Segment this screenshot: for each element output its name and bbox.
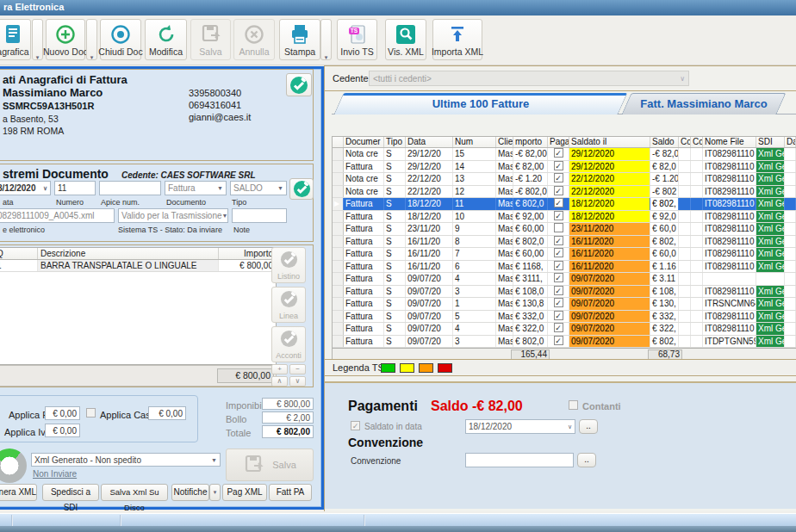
remove-line-button[interactable]: − xyxy=(289,364,306,374)
annulla-button[interactable]: Annulla xyxy=(233,19,275,60)
pag-xml-button[interactable]: Pag XML xyxy=(222,484,267,501)
grid-row[interactable]: FatturaS29/12/2014Massi€ 82,00✓29/12/202… xyxy=(333,161,796,174)
pagato-checkbox[interactable]: ✓ xyxy=(548,286,569,298)
invio-ts-button[interactable]: TS Invio TS xyxy=(337,19,377,60)
pagato-checkbox[interactable]: ✓ xyxy=(548,148,569,160)
grid-column-header[interactable]: Num xyxy=(453,137,496,147)
trasmissione-combo[interactable]: Valido per la Trasmissione▼ xyxy=(118,208,228,223)
confirm-documento-button[interactable] xyxy=(289,178,314,200)
grid-row[interactable]: FatturaS23/11/209Massi€ 60,0023/11/2020€… xyxy=(333,223,796,236)
tab-fatt-massimiano-marco[interactable]: Fatt. Massimiano Marco xyxy=(626,93,781,114)
numero-field[interactable]: 11 xyxy=(54,181,96,195)
grid-row[interactable]: FatturaS18/12/2010Massi€ 92,00✓18/12/202… xyxy=(333,211,796,224)
grid-column-header[interactable]: Nome File xyxy=(703,137,756,147)
grid-row[interactable]: FatturaS09/07/205Massi€ 332,0✓09/07/2020… xyxy=(333,311,796,324)
nuovo-doc-dropdown[interactable]: ▾ xyxy=(86,19,97,60)
salva-toolbar-button[interactable]: Salva xyxy=(190,19,231,60)
grid-column-header[interactable]: mporto xyxy=(513,137,548,147)
grid-row[interactable]: Nota creS22/12/2012Massi-€ 802,0✓22/12/2… xyxy=(333,186,796,199)
pagato-checkbox[interactable]: ✓ xyxy=(548,198,569,210)
notifiche-dropdown[interactable]: ▾ xyxy=(209,484,221,501)
stampa-button[interactable]: Stampa xyxy=(279,19,320,60)
grid-row[interactable]: FatturaS09/07/203Massi€ 802,0✓09/07/2020… xyxy=(333,336,796,349)
grid-column-header[interactable]: Cor xyxy=(679,137,691,147)
add-line-button[interactable]: + xyxy=(271,364,288,374)
grid-column-header[interactable]: Saldato il xyxy=(569,137,650,147)
items-col-importo[interactable]: Importo xyxy=(219,248,276,259)
pagato-checkbox[interactable]: ✓ xyxy=(548,323,569,335)
move-up-button[interactable]: ∧ xyxy=(271,376,288,387)
chiudi-doc-button[interactable]: Chiudi Doc xyxy=(100,19,141,60)
pagato-checkbox[interactable] xyxy=(548,223,569,235)
contanti-checkbox[interactable] xyxy=(569,400,578,410)
pagato-checkbox[interactable]: ✓ xyxy=(548,273,569,285)
pagato-checkbox[interactable]: ✓ xyxy=(548,336,569,348)
grid-row[interactable]: FatturaS09/07/203Massi€ 108,0✓09/07/2020… xyxy=(333,286,796,299)
grid-row[interactable]: FatturaS09/07/204Massi€ 3111,✓09/07/2020… xyxy=(333,273,796,286)
pagato-checkbox[interactable]: ✓ xyxy=(548,261,569,273)
linea-button[interactable]: Linea xyxy=(271,287,306,323)
pagato-checkbox[interactable]: ✓ xyxy=(548,211,569,223)
grid-column-header[interactable]: Saldo xyxy=(650,137,679,147)
grid-row[interactable]: ▶FatturaS18/12/2011Massi€ 802,0✓18/12/20… xyxy=(333,198,796,211)
pagato-checkbox[interactable]: ✓ xyxy=(548,248,569,260)
documento-combo[interactable]: Fattura▼ xyxy=(165,181,227,195)
grid-row[interactable]: FatturaS09/07/201Massi€ 130,8✓09/07/2020… xyxy=(333,298,796,311)
grid-row[interactable]: FatturaS16/11/206Massi€ 1168,✓16/11/2020… xyxy=(333,261,796,274)
tipo-combo[interactable]: SALDO▼ xyxy=(230,181,287,195)
grid-row[interactable]: FatturaS16/11/208Massi€ 802,0✓16/11/2020… xyxy=(333,236,796,249)
note-field[interactable] xyxy=(232,208,287,223)
grid-column-header[interactable] xyxy=(333,137,344,147)
iva-value-field[interactable]: € 0,00 xyxy=(45,424,80,437)
data-documento-combo[interactable]: 8/12/2020∨ xyxy=(0,181,51,195)
notifiche-button[interactable]: Notifiche xyxy=(171,484,209,501)
cedente-combo[interactable]: <tutti i cedenti> ∨ xyxy=(369,71,689,86)
modifica-button[interactable]: Modifica xyxy=(145,19,187,60)
saldato-date-combo[interactable]: 18/12/2020∨ xyxy=(465,419,575,434)
grid-row[interactable]: Nota creS22/12/2013Massi-€ 1.20✓22/12/20… xyxy=(333,173,796,186)
grid-column-header[interactable]: Data xyxy=(406,137,453,147)
pagato-checkbox[interactable]: ✓ xyxy=(548,173,569,185)
ra-value-field[interactable]: € 0,00 xyxy=(45,406,80,420)
tab-ultime-100-fatture[interactable]: Ultime 100 Fatture xyxy=(339,93,623,114)
anagrafica-dropdown[interactable]: ▾ xyxy=(32,19,43,60)
confirm-anagrafica-button[interactable] xyxy=(286,73,312,96)
items-col-descrizione[interactable]: Descrizione xyxy=(38,248,219,259)
grid-row[interactable]: FatturaS16/11/207Massi€ 60,00✓16/11/2020… xyxy=(333,248,796,261)
listino-button[interactable]: Listino xyxy=(271,247,306,283)
grid-row[interactable]: Nota creS29/12/2015Massi-€ 82,00✓29/12/2… xyxy=(333,148,796,161)
pagato-checkbox[interactable]: ✓ xyxy=(548,161,569,173)
applica-cassa-checkbox[interactable] xyxy=(86,408,96,418)
items-row[interactable]: 1 BARRA TRANSPALATALE O LINGUALE € 800,0… xyxy=(0,260,276,272)
grid-column-header[interactable]: Tipo xyxy=(384,137,406,147)
pagato-checkbox[interactable]: ✓ xyxy=(548,311,569,323)
convenzione-browse-button[interactable]: .. xyxy=(577,453,596,467)
vis-xml-button[interactable]: Vis. XML xyxy=(385,19,426,60)
grid-row[interactable]: FatturaS09/07/204Massi€ 322,0✓09/07/2020… xyxy=(333,323,796,336)
fatt-pa-button[interactable]: Fatt PA xyxy=(269,484,312,501)
file-elettronico-field[interactable]: 08298111009_A0045.xml xyxy=(0,208,115,223)
cassa-value-field[interactable]: € 0,00 xyxy=(148,406,186,420)
salva-xml-button[interactable]: Salva xyxy=(226,448,314,481)
grid-column-header[interactable]: Client xyxy=(496,137,513,147)
pagato-checkbox[interactable]: ✓ xyxy=(548,236,569,248)
grid-column-header[interactable]: SDI xyxy=(756,137,785,147)
move-down-button[interactable]: ∨ xyxy=(289,376,306,387)
xml-status-combo[interactable]: Xml Generato - Non spedito▼ xyxy=(31,453,221,467)
apice-field[interactable] xyxy=(99,181,161,195)
stampa-dropdown[interactable]: ▾ xyxy=(320,19,332,60)
grid-column-header[interactable]: Con xyxy=(691,137,703,147)
grid-column-header[interactable]: Pagato xyxy=(548,137,569,147)
nuovo-doc-button[interactable]: Nuovo Doc xyxy=(46,19,85,60)
grid-column-header[interactable]: Da xyxy=(785,137,796,147)
acconti-button[interactable]: Acconti xyxy=(271,326,306,362)
items-col-q[interactable]: Q xyxy=(0,248,38,259)
importa-xml-button[interactable]: Importa XML xyxy=(432,19,482,60)
anagrafica-button[interactable]: agrafica xyxy=(0,19,31,60)
saldato-browse-button[interactable]: .. xyxy=(579,419,598,434)
spedisci-sdi-button[interactable]: Spedisci a SDI xyxy=(42,484,99,501)
grid-column-header[interactable]: Documer xyxy=(344,137,384,147)
pagato-checkbox[interactable]: ✓ xyxy=(548,298,569,310)
convenzione-field[interactable] xyxy=(465,453,574,467)
non-inviare-link[interactable]: Non Inviare xyxy=(33,469,77,479)
